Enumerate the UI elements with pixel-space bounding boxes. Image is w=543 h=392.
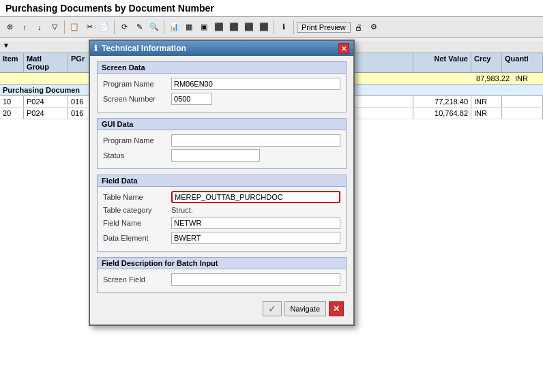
toolbar: ⊕ ↑ ↓ ▽ 📋 ✂ 📄 ⟳ ✎ 🔍 📊 ▦ ▣ ⬛ ⬛ ⬛ ⬛ ℹ Prin… xyxy=(0,17,543,37)
dialog-title-bar: ℹ Technical Information ✕ xyxy=(90,41,353,56)
screen-program-label: Program Name xyxy=(103,80,171,88)
col-header-matl: Matl Group xyxy=(24,53,68,72)
cancel-button[interactable]: ✕ xyxy=(329,301,344,316)
row2-matl: P024 xyxy=(24,108,68,119)
toolbar-icon-settings[interactable]: ⚙ xyxy=(367,20,381,34)
toolbar-icon-bar1[interactable]: ▦ xyxy=(182,20,196,34)
field-name-label: Field Name xyxy=(103,219,171,227)
row2-item: 20 xyxy=(0,108,24,119)
screen-program-row: Program Name xyxy=(103,78,340,90)
toolbar-icon-bar5[interactable]: ⬛ xyxy=(242,20,256,34)
row1-crcy: INR xyxy=(471,96,502,107)
gui-program-label: Program Name xyxy=(103,136,171,145)
screen-number-input[interactable] xyxy=(171,93,212,105)
title-text: Purchasing Documents by Document Number xyxy=(5,3,214,14)
table-name-input[interactable] xyxy=(171,191,340,203)
data-element-row: Data Element xyxy=(103,232,340,244)
field-data-section: Field Data Table Name Table category Str… xyxy=(97,175,347,252)
row2-net: 10,764.82 xyxy=(413,108,471,119)
toolbar-icon-bar4[interactable]: ⬛ xyxy=(227,20,241,34)
toolbar-icon-print[interactable]: 🖨 xyxy=(352,20,366,34)
col-header-item: Item xyxy=(0,53,24,72)
screen-number-label: Screen Number xyxy=(103,95,171,103)
sum-label xyxy=(0,73,96,84)
toolbar-icon-info[interactable]: ℹ xyxy=(277,20,291,34)
toolbar-sep-2 xyxy=(114,20,115,34)
table-name-label: Table Name xyxy=(103,193,171,201)
table-name-row: Table Name xyxy=(103,191,340,203)
field-name-input[interactable] xyxy=(171,217,340,229)
screen-field-row: Screen Field xyxy=(103,273,340,286)
toolbar-icon-bar6[interactable]: ⬛ xyxy=(257,20,271,34)
table-category-value: Struct. xyxy=(171,206,193,214)
gui-data-section: GUI Data Program Name Status xyxy=(97,118,347,169)
row1-matl: P024 xyxy=(24,96,68,107)
col-header-net: Net Value xyxy=(413,53,471,72)
sap-window: Purchasing Documents by Document Number … xyxy=(0,0,543,392)
dialog-icon: ℹ xyxy=(94,44,98,53)
navigate-button[interactable]: Navigate xyxy=(284,301,326,316)
toolbar-icon-refresh[interactable]: ⟳ xyxy=(117,20,131,34)
gui-status-label: Status xyxy=(103,151,171,160)
row1-item: 10 xyxy=(0,96,24,107)
toolbar-icon-bar3[interactable]: ⬛ xyxy=(212,20,226,34)
data-element-label: Data Element xyxy=(103,234,171,242)
toolbar-sep-1 xyxy=(64,20,65,34)
toolbar-icon-down[interactable]: ↓ xyxy=(33,20,46,34)
toolbar-icon-up[interactable]: ↑ xyxy=(18,20,31,34)
gui-program-input[interactable] xyxy=(171,134,340,147)
window-title: Purchasing Documents by Document Number xyxy=(0,0,543,17)
col-header-qty: Quanti xyxy=(502,53,543,72)
screen-program-input[interactable] xyxy=(171,78,340,90)
field-data-title: Field Data xyxy=(98,175,346,187)
toolbar-icon-bar2[interactable]: ▣ xyxy=(197,20,211,34)
table-category-row: Table category Struct. xyxy=(103,206,340,214)
dialog-title-text: Technical Information xyxy=(102,44,186,53)
screen-data-title: Screen Data xyxy=(98,62,346,74)
filter-icon: ▼ xyxy=(3,42,10,52)
sum-currency: INR xyxy=(512,73,543,84)
confirm-icon: ✓ xyxy=(268,303,276,314)
dialog-buttons: ✓ Navigate ✕ xyxy=(97,299,347,319)
data-element-input[interactable] xyxy=(171,232,340,244)
toolbar-icon-paste[interactable]: 📄 xyxy=(98,20,111,34)
screen-data-section: Screen Data Program Name Screen Number xyxy=(97,61,347,112)
row2-qty xyxy=(502,108,543,119)
toolbar-sep-4 xyxy=(274,20,274,34)
screen-field-label: Screen Field xyxy=(103,275,171,284)
field-data-content: Table Name Table category Struct. Field … xyxy=(98,187,346,251)
cancel-icon: ✕ xyxy=(333,304,340,314)
technical-info-dialog: ℹ Technical Information ✕ Screen Data Pr… xyxy=(89,40,355,326)
toolbar-sep-3 xyxy=(164,20,164,34)
toolbar-icon-find[interactable]: 🔍 xyxy=(147,20,161,34)
dialog-title-left: ℹ Technical Information xyxy=(94,44,186,53)
dialog-body: Screen Data Program Name Screen Number G… xyxy=(90,56,353,325)
toolbar-icon-cut[interactable]: ✂ xyxy=(83,20,96,34)
col-header-crcy: Crcy xyxy=(471,53,502,72)
field-name-row: Field Name xyxy=(103,217,340,229)
row1-qty xyxy=(502,96,543,107)
field-desc-content: Screen Field xyxy=(98,269,346,292)
screen-field-input[interactable] xyxy=(171,273,340,286)
toolbar-icon-filter[interactable]: ▽ xyxy=(48,20,61,34)
table-category-label: Table category xyxy=(103,206,171,214)
screen-number-row: Screen Number xyxy=(103,93,340,105)
row2-crcy: INR xyxy=(471,108,502,119)
toolbar-icon-chart[interactable]: 📊 xyxy=(167,20,181,34)
purch-doc-label: Purchasing Documen xyxy=(3,86,80,94)
toolbar-icon-copy[interactable]: 📋 xyxy=(68,20,81,34)
toolbar-icon-edit[interactable]: ✎ xyxy=(132,20,146,34)
confirm-button[interactable]: ✓ xyxy=(263,301,282,316)
gui-program-row: Program Name xyxy=(103,134,340,147)
gui-status-input[interactable] xyxy=(171,149,260,162)
field-desc-section: Field Description for Batch Input Screen… xyxy=(97,257,347,293)
print-preview-button[interactable]: Print Preview xyxy=(297,22,351,33)
field-desc-title: Field Description for Batch Input xyxy=(98,258,346,269)
row1-net: 77,218.40 xyxy=(413,96,471,107)
gui-data-title: GUI Data xyxy=(98,119,346,130)
screen-data-content: Program Name Screen Number xyxy=(98,74,346,112)
toolbar-icon-new[interactable]: ⊕ xyxy=(3,20,16,34)
gui-status-row: Status xyxy=(103,149,340,162)
sum-net-value: 87,983.22 xyxy=(454,73,512,84)
dialog-close-button[interactable]: ✕ xyxy=(338,43,349,54)
